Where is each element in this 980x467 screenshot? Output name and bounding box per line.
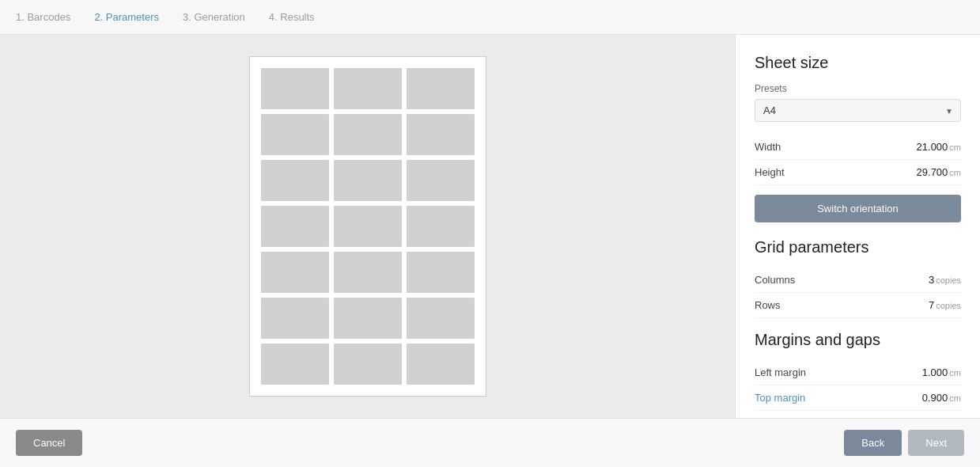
- width-value: 21.000cm: [917, 141, 961, 153]
- grid-cell: [261, 114, 329, 155]
- main-content: Sheet size Presets A4 ▼ Width 21.000cm H…: [0, 35, 980, 418]
- grid-cell: [407, 298, 475, 339]
- rows-label: Rows: [755, 299, 781, 311]
- nav-step-results[interactable]: 4. Results: [269, 11, 315, 23]
- nav-step-parameters[interactable]: 2. Parameters: [94, 11, 159, 23]
- switch-orientation-button[interactable]: Switch orientation: [755, 195, 961, 222]
- grid-cell: [407, 114, 475, 155]
- margins-title: Margins and gaps: [755, 331, 961, 349]
- grid-cell: [334, 298, 402, 339]
- height-label: Height: [755, 166, 785, 178]
- width-label: Width: [755, 141, 781, 153]
- grid-row: [261, 114, 475, 155]
- right-panel: Sheet size Presets A4 ▼ Width 21.000cm H…: [735, 35, 980, 418]
- grid-params-title: Grid parameters: [755, 238, 961, 256]
- grid-row: [261, 68, 475, 109]
- sheet-preview: [249, 56, 486, 397]
- bottom-bar: Cancel Back Next: [0, 418, 980, 467]
- grid-cell: [407, 160, 475, 201]
- grid-cell: [407, 68, 475, 109]
- bottom-right-buttons: Back Next: [844, 430, 964, 456]
- back-button[interactable]: Back: [844, 430, 902, 456]
- grid-cell: [334, 252, 402, 293]
- top-nav: 1. Barcodes 2. Parameters 3. Generation …: [0, 0, 980, 35]
- grid-cell: [334, 206, 402, 247]
- cancel-button[interactable]: Cancel: [16, 430, 82, 456]
- height-row: Height 29.700cm: [755, 160, 961, 185]
- presets-label: Presets: [755, 83, 961, 94]
- width-row: Width 21.000cm: [755, 135, 961, 160]
- preset-select[interactable]: A4: [755, 99, 961, 122]
- grid-cell: [261, 252, 329, 293]
- next-button[interactable]: Next: [908, 430, 964, 456]
- left-margin-row: Left margin 1.000cm: [755, 360, 961, 385]
- grid-row: [261, 252, 475, 293]
- grid-cell: [334, 114, 402, 155]
- grid-row: [261, 344, 475, 385]
- rows-value: 7copies: [929, 299, 961, 311]
- rows-row: Rows 7copies: [755, 293, 961, 318]
- grid-cell: [407, 344, 475, 385]
- nav-step-generation[interactable]: 3. Generation: [183, 11, 245, 23]
- grid-cell: [261, 206, 329, 247]
- grid-cell: [407, 206, 475, 247]
- nav-step-barcodes[interactable]: 1. Barcodes: [16, 11, 70, 23]
- preset-select-wrapper: A4 ▼: [755, 99, 961, 122]
- top-margin-label: Top margin: [755, 392, 805, 404]
- top-margin-value: 0.900cm: [922, 392, 961, 404]
- top-margin-row: Top margin 0.900cm: [755, 385, 961, 411]
- grid-cell: [261, 160, 329, 201]
- left-margin-value: 1.000cm: [922, 366, 961, 378]
- grid-row: [261, 160, 475, 201]
- grid-row: [261, 298, 475, 339]
- grid-cell: [261, 298, 329, 339]
- grid-cell: [407, 252, 475, 293]
- grid-cell: [334, 68, 402, 109]
- columns-value: 3copies: [929, 274, 961, 286]
- grid-cell: [261, 68, 329, 109]
- left-margin-label: Left margin: [755, 366, 806, 378]
- grid-cell: [334, 344, 402, 385]
- columns-label: Columns: [755, 274, 795, 286]
- grid-cell: [334, 160, 402, 201]
- sheet-size-title: Sheet size: [755, 54, 961, 72]
- preview-area: [0, 35, 735, 418]
- grid-row: [261, 206, 475, 247]
- columns-row: Columns 3copies: [755, 268, 961, 293]
- height-value: 29.700cm: [917, 166, 961, 178]
- grid-cell: [261, 344, 329, 385]
